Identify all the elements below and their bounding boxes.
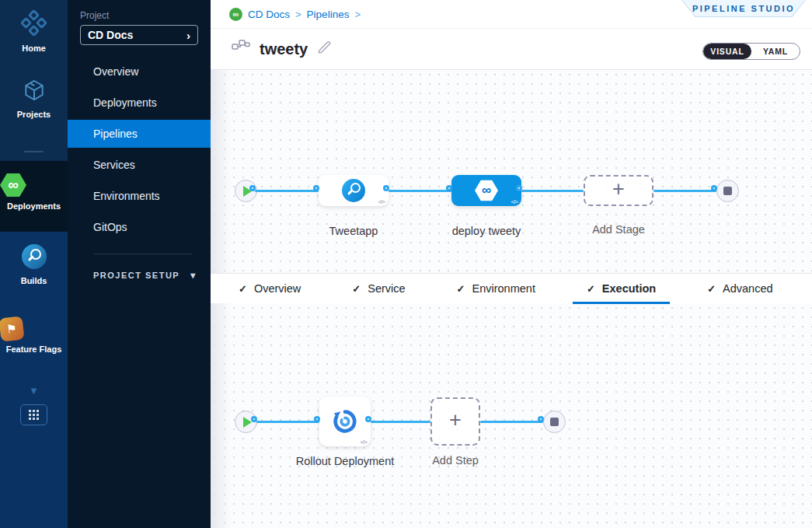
projects-icon xyxy=(22,78,47,103)
connector-line xyxy=(256,421,319,423)
module-label: Home xyxy=(0,44,68,53)
pipeline-icon xyxy=(232,40,250,58)
add-stage-button[interactable]: + xyxy=(584,175,653,206)
edit-pencil-icon[interactable] xyxy=(317,40,332,58)
breadcrumb-pipelines-link[interactable]: Pipelines xyxy=(307,9,350,20)
stage-label: deploy tweety xyxy=(436,223,537,240)
sidebar-item-deployments[interactable]: Deployments xyxy=(68,87,211,118)
rail-more-modules-caret[interactable]: ▼ xyxy=(0,385,68,397)
project-sidebar: Project CD Docs › Overview Deployments P… xyxy=(68,0,211,528)
connection-point[interactable] xyxy=(365,416,371,422)
connection-point[interactable] xyxy=(383,185,389,191)
breadcrumb-separator: > xyxy=(354,9,361,20)
stage-node-tweetapp[interactable]: </> xyxy=(319,175,389,206)
tab-execution[interactable]: ✓ Execution xyxy=(582,274,660,304)
plus-icon: + xyxy=(612,179,625,200)
step-node-rollout-deployment[interactable]: </> xyxy=(319,397,371,446)
end-node xyxy=(543,411,566,433)
project-setup-section[interactable]: PROJECT SETUP ▾ xyxy=(93,270,195,281)
connection-point[interactable] xyxy=(538,416,544,422)
chevron-right-icon: › xyxy=(186,29,190,42)
project-label: Project xyxy=(80,10,109,21)
tab-label: Overview xyxy=(254,282,301,295)
view-toggle: VISUAL YAML xyxy=(702,43,800,60)
sidebar-divider xyxy=(93,254,192,254)
connection-point[interactable] xyxy=(446,185,452,191)
module-rail: Home Projects ∞ Deployments Builds ⚑ Fea… xyxy=(0,0,68,528)
connector-line xyxy=(653,190,716,192)
plus-icon: + xyxy=(449,410,462,431)
add-step-label: Add Step xyxy=(405,453,506,469)
stop-icon xyxy=(550,418,559,426)
module-label: Builds xyxy=(0,276,68,285)
module-label: Deployments xyxy=(0,201,68,211)
connection-point[interactable] xyxy=(249,185,256,191)
chevron-down-icon: ▾ xyxy=(190,270,195,281)
yaml-toggle-button[interactable]: YAML xyxy=(751,44,800,59)
rail-divider xyxy=(24,151,44,152)
connection-point[interactable] xyxy=(516,185,522,191)
module-projects[interactable]: Projects xyxy=(0,78,68,119)
execution-canvas[interactable]: </> + Rollout Deployment Add Step xyxy=(211,303,812,528)
breadcrumb-project-link[interactable]: CD Docs xyxy=(248,9,290,20)
pipeline-studio-badge: PIPELINE STUDIO xyxy=(682,0,805,16)
builds-icon xyxy=(22,244,47,269)
project-selector-value: CD Docs xyxy=(88,29,186,41)
project-setup-label: PROJECT SETUP xyxy=(93,271,179,280)
connector-line xyxy=(480,421,543,423)
pipeline-name: tweety xyxy=(260,40,308,58)
module-builds[interactable]: Builds xyxy=(0,244,68,285)
add-stage-label: Add Stage xyxy=(568,222,669,238)
stage-label: Tweetapp xyxy=(303,223,404,240)
stage-config-tabs: ✓ Overview ✓ Service ✓ Environment ✓ Exe… xyxy=(211,273,812,303)
end-node xyxy=(716,180,739,202)
project-selector[interactable]: CD Docs › xyxy=(80,25,198,45)
code-icon: </> xyxy=(360,439,367,446)
breadcrumb-separator: > xyxy=(295,9,301,20)
sidebar-item-pipelines[interactable]: Pipelines xyxy=(68,120,211,148)
code-icon: </> xyxy=(511,198,518,205)
check-icon: ✓ xyxy=(587,283,595,295)
connection-point[interactable] xyxy=(314,416,320,422)
sidebar-item-services[interactable]: Services xyxy=(68,149,211,180)
module-deployments[interactable]: ∞ Deployments xyxy=(0,173,68,211)
connector-line xyxy=(371,421,430,423)
sidebar-item-environments[interactable]: Environments xyxy=(68,180,211,212)
connection-point[interactable] xyxy=(251,416,257,422)
stage-canvas[interactable]: </> ∞ </> + Tweetapp deploy tweety Add S… xyxy=(211,70,812,273)
tab-environment[interactable]: ✓ Environment xyxy=(452,274,540,304)
connection-point[interactable] xyxy=(711,185,717,191)
chevron-down-icon: ▼ xyxy=(29,385,39,397)
grid-icon xyxy=(29,410,39,420)
module-feature-flags[interactable]: ⚑ Feature Flags xyxy=(0,317,68,354)
add-step-button[interactable]: + xyxy=(430,397,480,446)
deploy-stage-icon: ∞ xyxy=(475,180,498,201)
check-icon: ✓ xyxy=(239,283,247,295)
connector-line xyxy=(255,190,319,192)
stage-node-deploy-tweety[interactable]: ∞ </> xyxy=(451,175,521,206)
home-icon xyxy=(21,10,47,37)
check-icon: ✓ xyxy=(457,283,465,295)
tab-service[interactable]: ✓ Service xyxy=(347,274,409,304)
build-stage-icon xyxy=(342,179,365,202)
check-icon: ✓ xyxy=(352,283,361,295)
code-icon: </> xyxy=(378,198,385,205)
tab-label: Execution xyxy=(602,282,656,295)
sidebar-nav: Overview Deployments Pipelines Services … xyxy=(68,56,211,243)
sidebar-item-gitops[interactable]: GitOps xyxy=(68,212,211,243)
visual-toggle-button[interactable]: VISUAL xyxy=(703,44,751,59)
connection-point[interactable] xyxy=(313,185,319,191)
sidebar-item-overview[interactable]: Overview xyxy=(68,56,211,87)
connector-line xyxy=(389,190,451,192)
connector-line xyxy=(521,190,584,192)
all-modules-button[interactable] xyxy=(20,404,47,425)
tab-label: Advanced xyxy=(723,282,773,295)
module-home[interactable]: Home xyxy=(0,10,68,53)
tab-overview[interactable]: ✓ Overview xyxy=(234,274,305,304)
main-area: ∞ CD Docs > Pipelines > PIPELINE STUDIO … xyxy=(211,0,812,528)
tab-advanced[interactable]: ✓ Advanced xyxy=(702,274,777,304)
module-label: Projects xyxy=(0,110,68,119)
cd-module-icon: ∞ xyxy=(229,8,242,21)
deployments-icon: ∞ xyxy=(0,173,26,198)
check-icon: ✓ xyxy=(707,283,716,295)
